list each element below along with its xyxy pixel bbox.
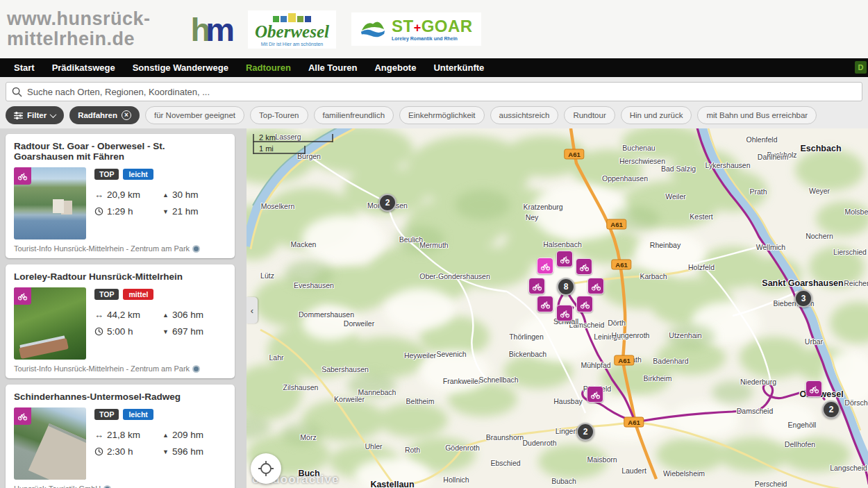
highway-badge: A61 [614,355,634,366]
map-cluster-marker[interactable]: 2 [576,423,594,441]
search-input[interactable] [27,87,856,97]
oberwesel-tagline: Mit Dir ist Hier am schönsten [261,42,323,47]
tour-thumbnail [14,407,86,480]
hm-logo: hm [191,13,231,46]
bicycle-icon [579,262,590,272]
bicycle-icon [532,281,542,292]
bicycle-icon [17,411,28,421]
bike-tour-marker[interactable] [587,386,603,403]
filter-chip[interactable]: Hin und zurück [621,106,692,124]
site-header: www.hunsrück- mittelrhein.de hm Oberwese… [0,0,868,58]
top-badge: TOP [94,409,119,420]
tour-title: Radtour St. Goar - Oberwesel - St. Goars… [14,141,226,162]
filter-chip[interactable]: aussichtsreich [490,106,559,124]
bike-tour-marker[interactable] [556,251,573,267]
filter-chip[interactable]: mit Bahn und Bus erreichbar [697,106,817,124]
nav-item-unterkünfte[interactable]: Unterkünfte [433,62,484,73]
site-title: www.hunsrück- mittelrhein.de [7,9,151,49]
clock-icon [94,207,103,216]
filter-button[interactable]: Filter [6,106,64,124]
filter-button-label: Filter [27,111,47,119]
bicycle-icon [590,389,601,400]
bike-tour-marker[interactable] [528,278,545,294]
filter-chip[interactable]: Rundtour [564,106,615,124]
filter-chip[interactable]: familienfreundlich [314,106,394,124]
map-cluster-marker[interactable]: 2 [822,401,840,419]
stgoar-hill-wave-icon [360,16,386,42]
oberwesel-logo-text: Oberwesel [255,23,329,40]
tour-list-panel[interactable]: Radtour St. Goar - Oberwesel - St. Goars… [0,128,247,488]
tour-descent: ▼697 hm [162,326,226,337]
tour-ascent: ▲30 hm [162,190,226,200]
tour-distance: ↔44,2 km [94,310,162,320]
bicycle-icon [580,299,590,310]
highway-badge: A61 [624,417,644,428]
chevron-down-icon [50,111,57,118]
bike-tour-marker[interactable] [576,296,593,312]
highway-badge: A61 [611,260,631,270]
nav-item-angebote[interactable]: Angebote [374,62,416,73]
tour-duration: 2:30 h [94,446,162,457]
main-nav: StartPrädikatswegeSonstige WanderwegeRad… [0,58,868,77]
tour-descent: ▼596 hm [162,446,226,457]
nav-item-start[interactable]: Start [14,62,35,73]
filter-chip-row: Filter Radfahren × für November geeignet… [6,106,817,124]
tour-card[interactable]: Radtour St. Goar - Oberwesel - St. Goars… [6,134,235,258]
collapse-panel-button[interactable]: ‹ [247,297,258,323]
site-title-line2: mittelrhein.de [7,29,151,49]
cycling-badge-icon [14,167,31,185]
nav-items: StartPrädikatswegeSonstige WanderwegeRad… [14,62,484,73]
tour-descent: ▼21 hm [162,206,226,217]
nav-item-sonstige-wanderwege[interactable]: Sonstige Wanderwege [133,62,228,73]
nav-item-alle-touren[interactable]: Alle Touren [308,62,358,73]
bicycle-icon [591,281,601,292]
remove-filter-icon[interactable]: × [122,110,131,120]
filter-chip[interactable]: Einkehrmöglichkeit [399,106,485,124]
map-cluster-marker[interactable]: 8 [557,278,575,296]
tour-source: Tourist-Info Hunsrück-Mittelrhein - Zent… [14,364,226,373]
filter-chip[interactable]: Top-Touren [250,106,308,124]
tour-thumbnail [14,167,86,239]
tour-title: Loreley-Radtour Hunsrück-Mittelrhein [14,271,226,282]
bike-tour-marker[interactable] [556,305,573,321]
cycling-badge-icon [14,287,31,305]
language-button[interactable]: D [855,61,867,74]
bike-tour-marker[interactable] [576,258,592,275]
crosshair-icon [258,460,274,477]
highway-badge: A61 [606,219,626,230]
tour-ascent: ▲306 hm [162,310,226,320]
tour-duration: 5:00 h [94,326,162,337]
bike-tour-marker[interactable] [537,258,553,274]
active-filter-label: Radfahren [78,111,117,119]
locate-button[interactable] [251,453,281,484]
tour-duration: 1:29 h [94,206,162,217]
tour-card[interactable]: Loreley-Radtour Hunsrück-MittelrheinTOPm… [6,264,235,378]
difficulty-badge: leicht [123,409,153,420]
svg-text:1 mi: 1 mi [259,144,274,153]
active-filter-chip-radfahren[interactable]: Radfahren × [69,106,140,124]
bike-tour-marker[interactable] [806,380,822,397]
tour-card[interactable]: Schinderhannes-Untermosel-RadwegTOPleich… [6,385,235,488]
tour-source: Hunsrück-Touristik GmbH [14,485,226,488]
site-title-line1: www.hunsrück- [7,9,151,29]
tour-distance: ↔20,9 km [94,190,162,200]
top-badge: TOP [94,289,119,300]
nav-item-prädikatswege[interactable]: Prädikatswege [52,62,115,73]
bicycle-icon [17,171,28,181]
nav-item-radtouren[interactable]: Radtouren [246,62,291,73]
stgoar-logo-text: ST+GOAR [392,18,473,35]
bike-tour-marker[interactable] [537,296,553,312]
filter-chip[interactable]: für November geeignet [145,106,244,124]
map-cluster-marker[interactable]: 2 [378,194,397,212]
map-cluster-marker[interactable]: 3 [794,289,812,308]
bike-tour-marker[interactable] [587,278,604,294]
search-bar[interactable] [6,82,862,101]
sliders-icon [14,112,23,119]
oberwesel-logo: Oberwesel Mit Dir ist Hier am schönsten [248,10,336,49]
verified-icon [103,485,111,488]
tour-source: Tourist-Info Hunsrück-Mittelrhein - Zent… [14,244,226,253]
map[interactable]: LassergBurgenMoselkernMorshausenOppenhau… [247,128,868,488]
cycling-badge-icon [14,407,31,425]
top-badge: TOP [94,169,119,180]
bicycle-icon [17,291,28,301]
